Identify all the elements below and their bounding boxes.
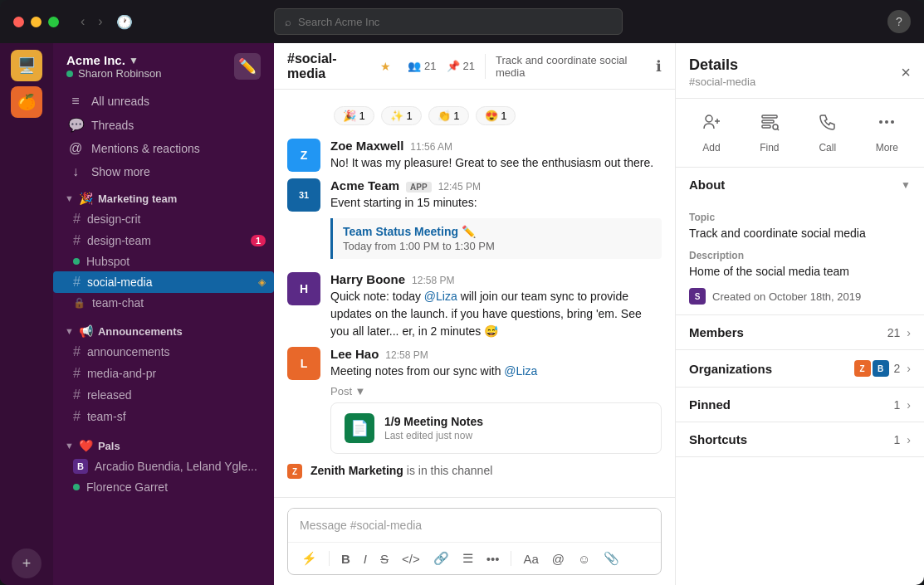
emoji-button[interactable]: ☺ (573, 548, 595, 569)
post-card[interactable]: 📄 1/9 Meeting Notes Last edited just now (330, 402, 662, 454)
group-icon: B (73, 459, 88, 474)
search-input[interactable] (298, 16, 612, 28)
workspace-icon-primary[interactable]: 🖥️ (11, 50, 42, 81)
event-card[interactable]: Team Status Meeting ✏️ Today from 1:00 P… (330, 218, 662, 259)
mention[interactable]: @Liza (424, 290, 457, 303)
italic-button[interactable]: I (359, 548, 372, 569)
emoji-reaction[interactable]: 😍 1 (476, 106, 516, 125)
message-content: Zoe Maxwell 11:56 AM No! It was my pleas… (330, 139, 662, 172)
add-action-button[interactable]: Add (702, 112, 721, 154)
more-formatting-button[interactable]: ••• (482, 548, 505, 569)
compose-button[interactable]: ✏️ (234, 53, 261, 80)
help-button[interactable]: ? (887, 10, 911, 33)
bookmark-icon: ◈ (258, 276, 266, 288)
forward-button[interactable]: › (93, 11, 107, 33)
sender-name[interactable]: Harry Boone (330, 272, 405, 286)
channel-team-chat[interactable]: 🔒 team-chat (53, 293, 274, 313)
bold-button[interactable]: B (336, 548, 355, 569)
online-dot (73, 258, 80, 265)
add-label: Add (702, 142, 720, 154)
details-header: Details #social-media × (676, 43, 924, 99)
organizations-section: Organizations Z B 2 › (676, 350, 924, 388)
dm-arcadio[interactable]: B Arcadio Buendia, Leland Ygle... (53, 456, 274, 477)
chat-messages: 🎉 1 ✨ 1 👏 1 😍 1 Z Zoe Maxwell 11:56 AM N… (274, 90, 675, 497)
channel-name: design-crit (87, 212, 266, 226)
section-chevron-icon: ▼ (65, 441, 74, 451)
hash-icon: # (73, 388, 81, 402)
message-input[interactable] (288, 509, 661, 542)
avatar: Z (287, 139, 320, 172)
channel-design-crit[interactable]: # design-crit (53, 208, 274, 230)
channel-badge: 1 (251, 235, 266, 246)
pinned-section-header[interactable]: Pinned 1 › (676, 388, 924, 422)
minimize-button[interactable] (31, 17, 42, 27)
channel-media-and-pr[interactable]: # media-and-pr (53, 363, 274, 384)
back-button[interactable]: ‹ (76, 11, 90, 33)
channel-announcements[interactable]: # announcements (53, 341, 274, 363)
dm-florence[interactable]: Florence Garret (53, 477, 274, 497)
add-workspace-button[interactable]: + (12, 548, 42, 578)
organizations-section-header[interactable]: Organizations Z B 2 › (676, 350, 924, 387)
sidebar-content: Acme Inc. ▼ Sharon Robinson ✏️ ≡ A (53, 43, 274, 585)
message-input-area: ⚡ B I S </> 🔗 ☰ ••• Aa @ ☺ 📎 (274, 497, 675, 585)
sidebar-item-mentions[interactable]: @ Mentions & reactions (60, 137, 267, 160)
channel-released[interactable]: # released (53, 384, 274, 406)
history-button[interactable]: 🕐 (111, 11, 138, 33)
workspace-name[interactable]: Acme Inc. (66, 53, 125, 67)
details-subtitle: #social-media (689, 76, 755, 88)
link-button[interactable]: 🔗 (428, 548, 454, 569)
sender-name[interactable]: Lee Hao (330, 347, 379, 361)
shortcuts-section-header[interactable]: Shortcuts 1 › (676, 422, 924, 456)
members-section-header[interactable]: Members 21 › (676, 315, 924, 349)
section-chevron-icon: ▼ (65, 193, 74, 203)
format-button[interactable]: Aa (518, 548, 543, 569)
section-chevron-icon: ▼ (65, 326, 74, 336)
close-button[interactable] (13, 17, 24, 27)
sidebar-item-all-unreads[interactable]: ≡ All unreads (60, 90, 267, 113)
workspace-icon-secondary[interactable]: 🍊 (11, 86, 42, 118)
maximize-button[interactable] (48, 17, 59, 27)
app-badge: APP (406, 182, 432, 193)
details-close-button[interactable]: × (901, 63, 911, 82)
mention-button[interactable]: @ (547, 548, 570, 569)
call-action-button[interactable]: Call (818, 112, 838, 154)
members-count[interactable]: 👥 21 (408, 60, 436, 72)
message-header: Harry Boone 12:58 PM (330, 272, 662, 286)
dm-hubspot[interactable]: Hubspot (53, 251, 274, 271)
sidebar-item-threads[interactable]: 💬 Threads (60, 113, 267, 137)
bolt-button[interactable]: ⚡ (296, 548, 322, 569)
emoji-reaction[interactable]: ✨ 1 (381, 106, 422, 125)
channel-team-sf[interactable]: # team-sf (53, 406, 274, 427)
find-action-button[interactable]: Find (760, 112, 780, 154)
info-button[interactable]: ℹ (656, 57, 662, 76)
section-header-announcements[interactable]: ▼ 📢 Announcements (53, 319, 274, 341)
section-emoji: ❤️ (79, 439, 93, 452)
svg-rect-4 (762, 120, 774, 123)
sidebar-item-show-more[interactable]: ↓ Show more (60, 160, 267, 183)
about-section-header[interactable]: About ▼ (676, 168, 924, 202)
section-header-pals[interactable]: ▼ ❤️ Pals (53, 434, 274, 456)
sender-name[interactable]: Acme Team (330, 178, 399, 193)
emoji-reaction[interactable]: 👏 1 (428, 106, 469, 125)
strikethrough-button[interactable]: S (375, 548, 394, 569)
attach-button[interactable]: 📎 (599, 548, 624, 569)
channel-design-team[interactable]: # design-team 1 (53, 230, 274, 251)
list-button[interactable]: ☰ (457, 548, 478, 569)
sender-name[interactable]: Zoe Maxwell (330, 139, 403, 153)
emoji-reaction[interactable]: 🎉 1 (334, 106, 374, 125)
message-acme: 31 Acme Team APP 12:45 PM Event starting… (274, 175, 675, 269)
star-icon[interactable]: ★ (380, 60, 391, 73)
channel-social-media[interactable]: # social-media ◈ (53, 271, 274, 293)
find-label: Find (760, 142, 779, 154)
more-action-button[interactable]: More (876, 112, 898, 154)
section-header-marketing[interactable]: ▼ 🎉 Marketing team (53, 187, 274, 208)
hash-icon: # (73, 409, 81, 424)
section-name: Marketing team (98, 193, 177, 205)
post-label[interactable]: Post ▼ (330, 385, 662, 397)
description-value: Home of the social media team (689, 265, 911, 278)
code-button[interactable]: </> (397, 548, 425, 569)
lock-icon: 🔒 (73, 297, 86, 309)
pins-count[interactable]: 📌 21 (447, 60, 475, 72)
mention[interactable]: @Liza (504, 364, 537, 378)
message-content: Harry Boone 12:58 PM Quick note: today @… (330, 272, 662, 340)
